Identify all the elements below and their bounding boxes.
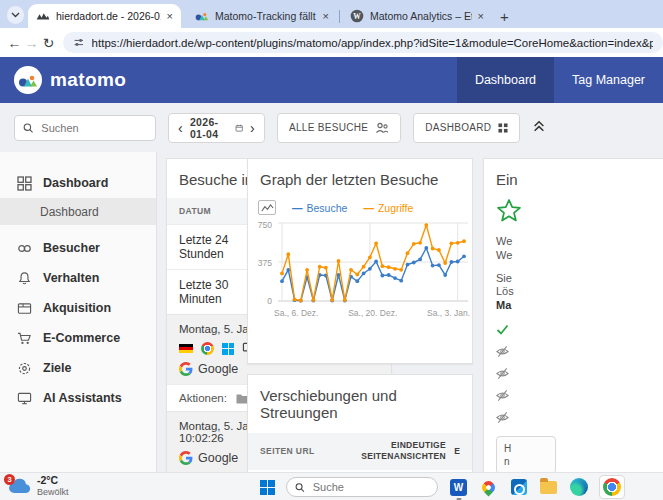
- eye-slash-icon: [496, 367, 509, 380]
- google-maps-app-icon[interactable]: [479, 478, 498, 497]
- chart-legend: —Besuche —Zugriffe: [248, 200, 472, 215]
- address-bar[interactable]: https://hierdadort.de/wp-content/plugins…: [63, 32, 663, 53]
- dashboard-content: Dashboard Dashboard Besucher Verhalten A…: [0, 152, 663, 472]
- matomo-logo-icon: [18, 72, 38, 88]
- start-button[interactable]: [260, 480, 275, 495]
- sidebar: Dashboard Dashboard Besucher Verhalten A…: [0, 152, 157, 472]
- next-day-button[interactable]: ›: [250, 120, 255, 136]
- file-explorer-icon[interactable]: [539, 478, 558, 497]
- sidebar-item-akquisition[interactable]: Akquisition: [0, 293, 156, 323]
- y-tick-375: 375: [248, 258, 272, 268]
- outlook-app-icon[interactable]: [509, 478, 528, 497]
- visitors-segment-icon: [375, 122, 389, 134]
- referrer-label[interactable]: Google: [198, 362, 238, 376]
- matomo-logo[interactable]: [14, 66, 42, 94]
- matomo-color-favicon: [195, 9, 209, 23]
- url-text[interactable]: https://hierdadort.de/wp-content/plugins…: [92, 37, 653, 49]
- segment-label: ALLE BESUCHE: [289, 122, 368, 133]
- sidebar-label: Verhalten: [43, 271, 99, 285]
- browser-tabstrip: hierdadort.de - 2026-01-04 - W × Matomo-…: [0, 0, 663, 28]
- checklist-item-hidden[interactable]: [496, 389, 663, 402]
- sidebar-item-ecommerce[interactable]: E-Commerce: [0, 323, 156, 353]
- checklist-item-hidden[interactable]: [496, 345, 663, 358]
- header-nav: Dashboard Tag Manager: [457, 57, 663, 103]
- chrome-app-active[interactable]: [599, 475, 625, 499]
- x-tick-label: Sa., 6. Dez.: [274, 308, 318, 318]
- taskbar-search-input[interactable]: [311, 480, 429, 494]
- word-app-icon[interactable]: W: [449, 478, 468, 497]
- tab-search-button[interactable]: [7, 6, 24, 24]
- referrer-label[interactable]: Google: [198, 451, 238, 465]
- sidebar-item-dashboard-sub[interactable]: Dashboard: [0, 198, 156, 225]
- sidebar-label: Akquisition: [43, 301, 111, 315]
- sidebar-label: Besucher: [43, 241, 100, 255]
- nav-dashboard[interactable]: Dashboard: [457, 57, 554, 103]
- search-icon: [23, 122, 33, 134]
- col-seiten-url[interactable]: SEITEN URL: [260, 446, 354, 456]
- x-axis-labels: Sa., 6. Dez. Sa., 20. Dez. Sa., 3. Jan.: [274, 308, 470, 318]
- forward-button: →: [23, 35, 40, 51]
- chrome-icon: [603, 478, 621, 496]
- tab-close-icon[interactable]: ×: [321, 10, 331, 22]
- sidebar-label: Dashboard: [43, 176, 108, 190]
- browser-tab-2[interactable]: Matomo-Tracking fällt an einig ×: [187, 4, 337, 28]
- search-box[interactable]: [14, 115, 156, 141]
- legend-item-besuche[interactable]: —Besuche: [292, 202, 347, 214]
- date-picker[interactable]: ‹ 2026-01-04 ›: [168, 113, 265, 143]
- matomo-mono-favicon: [36, 9, 50, 23]
- checklist-item-hidden[interactable]: [496, 367, 663, 380]
- reload-button[interactable]: ↻: [40, 35, 57, 51]
- y-tick-750: 750: [248, 220, 272, 230]
- visits-graph-widget: Graph der letzten Besuche —Besuche —Zugr…: [247, 158, 473, 364]
- edge-app-icon[interactable]: [569, 478, 588, 497]
- checklist: [496, 323, 663, 424]
- tab-close-icon[interactable]: ×: [476, 10, 486, 22]
- checklist-item-hidden[interactable]: [496, 411, 663, 424]
- back-button[interactable]: ←: [6, 35, 23, 51]
- sidebar-item-dashboard[interactable]: Dashboard: [0, 168, 156, 198]
- checklist-item-done[interactable]: [496, 323, 663, 336]
- calendar-icon: [235, 122, 243, 134]
- chart-type-button[interactable]: [258, 200, 276, 215]
- google-icon: [179, 451, 193, 465]
- sidebar-label: Ziele: [43, 361, 72, 375]
- browser-tab-active[interactable]: hierdadort.de - 2026-01-04 - W ×: [28, 4, 181, 28]
- sidebar-item-besucher[interactable]: Besucher: [0, 233, 156, 263]
- tab-close-icon[interactable]: ×: [165, 10, 175, 22]
- assistant-icon: [17, 391, 32, 406]
- visits-chart-svg[interactable]: [278, 219, 468, 307]
- weather-widget[interactable]: 3 -2°C Bewölkt: [8, 475, 69, 497]
- nav-tag-manager[interactable]: Tag Manager: [554, 57, 663, 103]
- check-icon: [496, 324, 509, 335]
- collapse-all-button[interactable]: [532, 119, 546, 137]
- y-tick-0: 0: [248, 296, 272, 306]
- tab-title: hierdadort.de - 2026-01-04 - W: [56, 10, 161, 22]
- col-clipped[interactable]: E: [446, 446, 460, 456]
- line-chart-icon: [261, 203, 274, 213]
- star-icon[interactable]: [496, 198, 522, 223]
- germany-flag-icon: [179, 344, 193, 354]
- sidebar-item-ziele[interactable]: Ziele: [0, 353, 156, 383]
- browser-tab-3[interactable]: W Matomo Analytics – Ethische St ×: [342, 4, 492, 28]
- tracking-protection-icon[interactable]: [73, 36, 85, 49]
- legend-item-zugriffe[interactable]: —Zugriffe: [363, 202, 413, 214]
- promo-text: We: [496, 249, 663, 263]
- shifts-table-header: SEITEN URL EINDEUTIGE SEITENANSICHTEN E: [248, 433, 472, 470]
- prev-day-button[interactable]: ‹: [178, 120, 183, 136]
- eye-slash-icon: [496, 411, 509, 424]
- search-input[interactable]: [39, 121, 147, 135]
- widget-title: Graph der letzten Besuche: [248, 159, 472, 198]
- eye-slash-icon: [496, 389, 509, 402]
- aktionen-label: Aktionen:: [179, 392, 227, 404]
- x-tick-label: Sa., 20. Dez.: [348, 308, 397, 318]
- new-tab-button[interactable]: +: [500, 8, 509, 25]
- col-eindeutige-seitenansichten[interactable]: EINDEUTIGE SEITENANSICHTEN: [354, 440, 446, 463]
- segment-selector[interactable]: ALLE BESUCHE: [277, 113, 401, 143]
- tooltip-text: H: [504, 442, 548, 455]
- taskbar-search[interactable]: [286, 477, 438, 497]
- sidebar-item-ai-assistants[interactable]: AI Assistants: [0, 383, 156, 413]
- promo-text: Sie: [496, 272, 663, 286]
- widget-title: Verschiebungen und Streuungen: [248, 375, 472, 431]
- dashboard-selector[interactable]: DASHBOARD: [413, 113, 520, 143]
- sidebar-item-verhalten[interactable]: Verhalten: [0, 263, 156, 293]
